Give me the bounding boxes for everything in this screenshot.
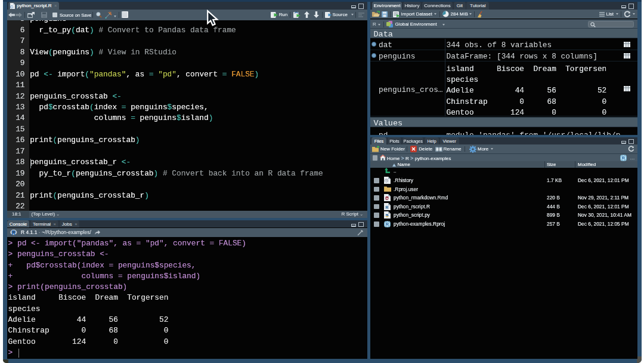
svg-text:R: R [385, 205, 388, 209]
svg-text:md: md [384, 197, 389, 201]
svg-text:R: R [12, 230, 17, 236]
svg-text:R: R [385, 179, 388, 183]
svg-text:R: R [385, 222, 389, 227]
svg-text:R: R [11, 5, 13, 8]
svg-text:R: R [621, 155, 625, 161]
